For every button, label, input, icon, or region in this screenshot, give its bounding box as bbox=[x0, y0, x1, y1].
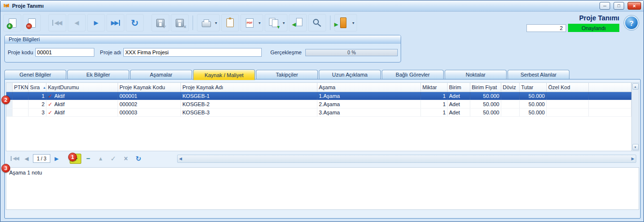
cell-ozel-kod[interactable] bbox=[547, 100, 589, 108]
grid-header-doviz[interactable]: Döviz bbox=[501, 83, 520, 92]
cell-kaynak-kodu[interactable]: 000001 bbox=[118, 92, 181, 100]
nav-cancel-button[interactable]: × bbox=[120, 154, 132, 164]
nav-delete-row-button[interactable]: − bbox=[82, 154, 94, 164]
nav-edit-row-button[interactable]: ▲ bbox=[95, 154, 106, 164]
grid-header-miktar[interactable]: Miktar bbox=[421, 83, 448, 92]
save-button[interactable]: ✓ bbox=[151, 14, 169, 32]
clipboard-button[interactable] bbox=[221, 14, 239, 32]
cell-kayitdurumu[interactable]: ✓Aktif bbox=[46, 100, 118, 108]
minimize-button[interactable]: ─ bbox=[599, 2, 610, 10]
pdf-export-button[interactable]: PDF ▼ bbox=[240, 14, 263, 32]
previous-record-button[interactable]: ◀ bbox=[68, 14, 86, 32]
grid-header-ozel-kod[interactable]: Özel Kod bbox=[547, 83, 589, 92]
cell-birim[interactable]: Adet bbox=[448, 109, 470, 116]
cell-kaynak-adi[interactable]: KOSGEB-2 bbox=[181, 100, 317, 108]
tab-uzun-aciklama[interactable]: Uzun Açıklama bbox=[319, 70, 381, 79]
first-record-button[interactable]: ◀◀ bbox=[48, 14, 66, 32]
cell-tutar[interactable]: 50.000 bbox=[520, 109, 547, 116]
pdf-dropdown-icon[interactable]: ▼ bbox=[258, 21, 261, 25]
cell-kaynak-kodu[interactable]: 000002 bbox=[118, 100, 181, 108]
grid-vertical-scrollbar[interactable]: ▲ ▼ bbox=[631, 83, 639, 151]
delete-record-button[interactable]: − bbox=[23, 14, 41, 32]
cell-miktar[interactable]: 1 bbox=[421, 92, 448, 100]
refresh-button[interactable]: ↻ bbox=[126, 14, 144, 32]
cell-kaynak-adi[interactable]: KOSGEB-1 bbox=[181, 92, 317, 100]
tab-genel-bilgiler[interactable]: Genel Bilgiler bbox=[4, 70, 66, 79]
grid-header-kaynak-adi[interactable]: Proje Kaynak Adı bbox=[181, 83, 317, 92]
transfer-button[interactable]: ▼ ▼ bbox=[265, 14, 287, 32]
cell-tutar[interactable]: 50.000 bbox=[520, 92, 547, 100]
grid-header-sira[interactable]: Sıra▲ bbox=[29, 83, 46, 92]
cell-kaynak-kodu[interactable]: 000003 bbox=[118, 109, 181, 116]
tab-takipciler[interactable]: Takipçiler bbox=[256, 70, 318, 79]
help-button[interactable]: ? bbox=[624, 16, 639, 30]
cell-birim-fiyat[interactable]: 50.000 bbox=[470, 92, 501, 100]
cell-doviz[interactable] bbox=[501, 100, 520, 108]
horizontal-scrollbar[interactable]: ◀ ▶ bbox=[177, 155, 636, 163]
last-record-button[interactable]: ▶▶ bbox=[106, 14, 124, 32]
tab-noktalar[interactable]: Noktalar bbox=[445, 70, 507, 79]
scroll-right-icon[interactable]: ▶ bbox=[631, 157, 634, 161]
tab-serbest-alanlar[interactable]: Serbest Alanlar bbox=[508, 70, 569, 79]
project-code-input[interactable] bbox=[35, 48, 94, 57]
maximize-button[interactable]: □ bbox=[614, 2, 624, 10]
search-settings-button[interactable] bbox=[308, 14, 326, 32]
grid-header-kaynak-kodu[interactable]: Proje Kaynak Kodu bbox=[118, 83, 181, 92]
grid-header-birim-fiyat[interactable]: Birim Fiyat bbox=[470, 83, 501, 92]
cell-doviz[interactable] bbox=[501, 92, 520, 100]
scroll-left-icon[interactable]: ◀ bbox=[179, 157, 182, 161]
cell-birim[interactable]: Adet bbox=[448, 92, 470, 100]
exit-button[interactable]: ▶ ▼ bbox=[334, 14, 357, 32]
table-row[interactable]: 1 ✓Aktif 000001 KOSGEB-1 1.Aşama 1 Adet … bbox=[6, 92, 631, 100]
cell-birim-fiyat[interactable]: 50.000 bbox=[470, 109, 501, 116]
cell-sira[interactable]: 3 bbox=[29, 109, 46, 116]
grid-header-birim[interactable]: Birim bbox=[448, 83, 470, 92]
scroll-up-icon[interactable]: ▲ bbox=[632, 83, 639, 90]
cell-asama[interactable]: 2.Aşama bbox=[317, 100, 421, 108]
cell-doviz[interactable] bbox=[501, 109, 520, 116]
print-dropdown-icon[interactable]: ▼ bbox=[214, 21, 218, 25]
grid-header-ptkno[interactable]: PTKNo bbox=[13, 83, 29, 92]
cell-tutar[interactable]: 50.000 bbox=[520, 100, 547, 108]
close-button[interactable]: × bbox=[628, 2, 641, 10]
import-button[interactable]: ◀ bbox=[289, 14, 307, 32]
cell-kayitdurumu[interactable]: ✓Aktif bbox=[46, 92, 118, 100]
table-row[interactable]: 2 ✓Aktif 000002 KOSGEB-2 2.Aşama 1 Adet … bbox=[6, 100, 631, 109]
row-indicator[interactable] bbox=[6, 109, 13, 116]
next-record-button[interactable]: ▶ bbox=[87, 14, 105, 32]
cell-ptkno[interactable] bbox=[13, 92, 29, 100]
nav-refresh-button[interactable]: ↻ bbox=[133, 154, 144, 164]
nav-post-button[interactable]: ✓ bbox=[107, 154, 119, 164]
cell-birim[interactable]: Adet bbox=[448, 100, 470, 108]
project-name-input[interactable] bbox=[123, 48, 262, 57]
cell-sira[interactable]: 2 bbox=[29, 100, 46, 108]
transfer-dropdown-icon[interactable]: ▼ bbox=[282, 21, 285, 25]
cell-asama[interactable]: 3.Aşama bbox=[317, 109, 421, 116]
tab-asamalar[interactable]: Aşamalar bbox=[130, 70, 192, 79]
nav-first-button[interactable]: ◀◀ bbox=[10, 154, 20, 163]
cell-ptkno[interactable] bbox=[13, 100, 29, 108]
tab-bagli-gorevler[interactable]: Bağlı Görevler bbox=[382, 70, 444, 79]
cell-ozel-kod[interactable] bbox=[547, 92, 589, 100]
cell-miktar[interactable]: 1 bbox=[421, 109, 448, 116]
cell-kaynak-adi[interactable]: KOSGEB-3 bbox=[181, 109, 317, 116]
cell-ozel-kod[interactable] bbox=[547, 109, 589, 116]
print-button[interactable]: ▼ bbox=[197, 14, 220, 32]
save-close-button[interactable]: × bbox=[171, 14, 189, 32]
cell-birim-fiyat[interactable]: 50.000 bbox=[470, 100, 501, 108]
cell-asama[interactable]: 1.Aşama bbox=[317, 92, 421, 100]
nav-next-button[interactable]: ▶ bbox=[51, 154, 62, 163]
grid-header-tutar[interactable]: Tutar bbox=[520, 83, 547, 92]
exit-dropdown-icon[interactable]: ▼ bbox=[352, 21, 355, 25]
tab-ek-bilgiler[interactable]: Ek Bilgiler bbox=[67, 70, 129, 79]
cell-miktar[interactable]: 1 bbox=[421, 100, 448, 108]
scroll-down-icon[interactable]: ▼ bbox=[632, 144, 639, 150]
cell-ptkno[interactable] bbox=[13, 109, 29, 116]
table-row[interactable]: 3 ✓Aktif 000003 KOSGEB-3 3.Aşama 1 Adet … bbox=[6, 109, 631, 117]
cell-sira[interactable]: 1 bbox=[29, 92, 46, 100]
cell-kayitdurumu[interactable]: ✓Aktif bbox=[46, 109, 118, 116]
stage-note-memo[interactable]: Aşama 1 notu bbox=[6, 167, 639, 210]
add-record-button[interactable]: + bbox=[3, 14, 21, 32]
nav-prev-button[interactable]: ◀ bbox=[21, 154, 32, 163]
grid-header-asama[interactable]: Aşama bbox=[317, 83, 421, 92]
